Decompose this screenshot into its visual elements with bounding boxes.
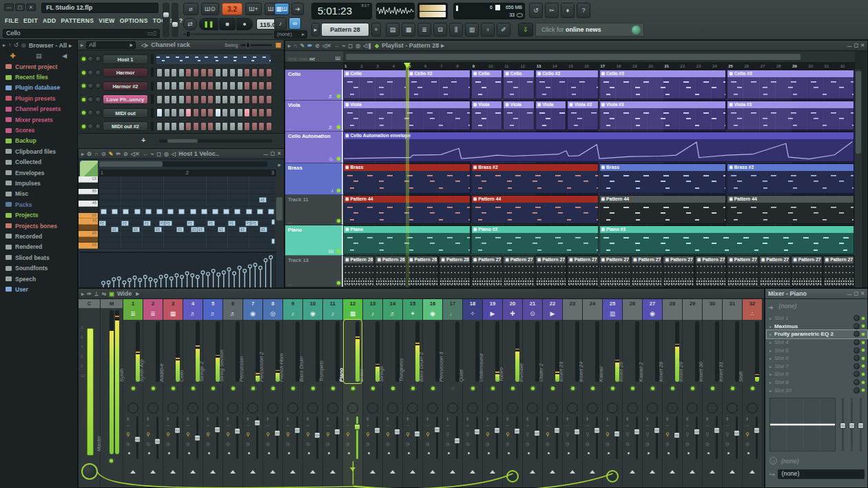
slot-arrow-icon[interactable]: ▸ (769, 324, 772, 329)
browser-item-current-project[interactable]: Current project (0, 61, 77, 72)
strip-mute-led[interactable] (651, 387, 654, 390)
pl-tab-note[interactable]: NOTE (288, 58, 297, 61)
strip-mute-led[interactable] (231, 387, 235, 390)
channel-button[interactable]: Host 1 (103, 54, 148, 64)
strip-eq-knob[interactable] (287, 403, 298, 414)
fader-cap[interactable] (674, 432, 680, 438)
stereo-sep-control[interactable]: ⇕ (246, 416, 249, 421)
step-cell-4[interactable] (178, 81, 185, 90)
channel-pan-knob[interactable] (87, 70, 94, 76)
step-cell-10[interactable] (222, 108, 228, 117)
strip-number[interactable]: 15 (403, 299, 422, 308)
strip-number[interactable]: 32 (743, 299, 762, 308)
strip-link-dot[interactable] (208, 452, 210, 454)
browser-tab-plugins-icon[interactable]: ◀ (62, 52, 67, 59)
fx-enable-icon[interactable]: ⚲ (745, 431, 750, 438)
horn-icon[interactable]: ♪ (363, 308, 382, 320)
cut-tool-button[interactable]: ✂ (545, 3, 559, 18)
strip-fader[interactable] (536, 416, 538, 459)
piano-roll-titlebar[interactable]: ▸ ⚙ ∩ ⊙ ✎ ✏ ⊘ ◁✕ ↔ ⌁ ◻ ◎ ◁ Host 1 Veloc.… (79, 149, 284, 159)
slot-enable-led[interactable] (862, 381, 865, 384)
slot-arrow-icon[interactable]: ▸ (769, 372, 772, 376)
browser-item-packs[interactable]: Packs (0, 199, 77, 210)
mixer-layout-label[interactable]: Wide (117, 290, 132, 297)
stereo-sep-control[interactable]: ⇕ (166, 416, 169, 421)
pr-note-grid[interactable]: F5F5F5F5F5F5F5F5F5F5E5E5E5E5E5E5E5E5E5A5 (99, 176, 276, 249)
track-name[interactable]: Piano (285, 225, 343, 233)
track-mute-led[interactable] (337, 250, 340, 253)
track-options[interactable]: ... (288, 220, 291, 224)
strip-link-dot[interactable] (128, 452, 130, 454)
pan-control[interactable]: ⇔ (186, 423, 190, 427)
pr-note[interactable] (234, 209, 240, 214)
slot-enable-led[interactable] (862, 317, 865, 320)
pr-vscrollbar[interactable] (275, 176, 284, 249)
send-switch[interactable] (670, 470, 675, 474)
menu-view[interactable]: VIEW (99, 17, 114, 24)
step-cell-16[interactable] (266, 108, 272, 117)
pattern-add-button[interactable]: + (371, 23, 381, 37)
fader-cap[interactable] (494, 427, 500, 434)
pl-brush-icon[interactable]: ✏ (308, 43, 313, 49)
pr-note[interactable]: E5 (111, 227, 118, 232)
send-switch[interactable] (370, 470, 375, 474)
strip-clock-icon[interactable]: ◷ (645, 441, 649, 446)
mixer-strip-10-bass-drum[interactable]: 10◉Bass Drum⇕⇔⚲◷ (303, 299, 323, 487)
pan-control[interactable]: ⇔ (286, 423, 290, 427)
channel-pan-knob[interactable] (87, 96, 94, 103)
slot-label[interactable]: Maximus (774, 323, 798, 329)
arrow-icon[interactable]: ▶ (483, 308, 502, 320)
step-cell-5[interactable] (185, 68, 192, 77)
step-cell-6[interactable] (193, 108, 199, 117)
stereo-sep-control[interactable]: ⇕ (186, 416, 189, 421)
send-switch[interactable] (210, 470, 216, 474)
fader-cap[interactable] (274, 430, 280, 436)
step-cell-11[interactable] (229, 108, 236, 117)
pr-note[interactable]: E5 (154, 227, 162, 232)
strip-eq-knob[interactable] (487, 403, 498, 414)
step-cell-8[interactable] (207, 68, 214, 77)
track-lane-7[interactable]: ≣ Pattern 26≣ Pattern 26≣ Pattern 26≣ Pa… (343, 256, 855, 287)
fader-cap[interactable] (554, 427, 560, 434)
strip-clock-icon[interactable]: ◷ (346, 441, 349, 446)
step-cell-16[interactable] (266, 122, 272, 131)
send-switch[interactable] (290, 470, 296, 474)
pr-note[interactable]: E5 (197, 227, 205, 232)
strip-eq-knob[interactable] (707, 403, 718, 414)
plugin-picker-icon[interactable]: ♆ (481, 23, 495, 37)
strip-link-dot[interactable] (548, 452, 550, 454)
strip-mute-led[interactable] (731, 387, 734, 390)
drum-icon[interactable]: ◉ (303, 308, 322, 320)
mixer-strip-2-synth-arp[interactable]: 2≣Synth Arp⇕⇔⚲◷ (143, 299, 163, 487)
violin-icon[interactable]: ♬ (183, 308, 203, 320)
menu-add[interactable]: ADD (43, 17, 56, 24)
track-lane-1[interactable]: ≣ Cello≣ Cello #2≣ Cello≣ Cello≣ Cello #… (343, 70, 855, 101)
strip-number[interactable]: 31 (723, 299, 742, 308)
clip-cello-automation-envelope[interactable]: ≣ Cello Automation envelope (343, 132, 854, 162)
strip-fader[interactable] (236, 416, 238, 459)
mx-detach-icon[interactable]: ▸ (81, 291, 84, 297)
track-options[interactable]: ... (288, 95, 291, 99)
clip-pattern-27[interactable]: ≣ Pattern 27 (471, 256, 502, 286)
stereo-sep-control[interactable]: ⇕ (645, 416, 649, 421)
fx-enable-icon[interactable]: ⚲ (126, 431, 130, 438)
send-switch[interactable] (230, 470, 236, 474)
fader-cap[interactable] (354, 424, 360, 430)
fader-cap[interactable] (194, 435, 200, 441)
pan-control[interactable]: ⇔ (406, 423, 410, 427)
step-cell-9[interactable] (215, 122, 221, 131)
send-switch[interactable] (490, 470, 495, 474)
pl-hscrollbar[interactable] (343, 51, 855, 63)
strip-fader[interactable] (736, 416, 738, 459)
fx-close-icon[interactable]: ✕ (860, 291, 865, 296)
rack-hscrollbar[interactable] (159, 139, 272, 143)
channel-volume-knob[interactable] (95, 83, 101, 89)
clip-brass-2[interactable]: ≣ Brass #2 (727, 163, 854, 194)
pl-pattern-tab-icon[interactable]: Ш (335, 55, 340, 61)
track-options[interactable]: ... (288, 282, 291, 286)
stereo-sep-control[interactable]: ⇕ (406, 416, 409, 421)
piano-key[interactable]: C6 (79, 176, 98, 183)
rack-detach-icon[interactable]: ▸ (81, 42, 83, 48)
step-cell-12[interactable] (237, 122, 243, 131)
step-cell-16[interactable] (266, 81, 272, 90)
